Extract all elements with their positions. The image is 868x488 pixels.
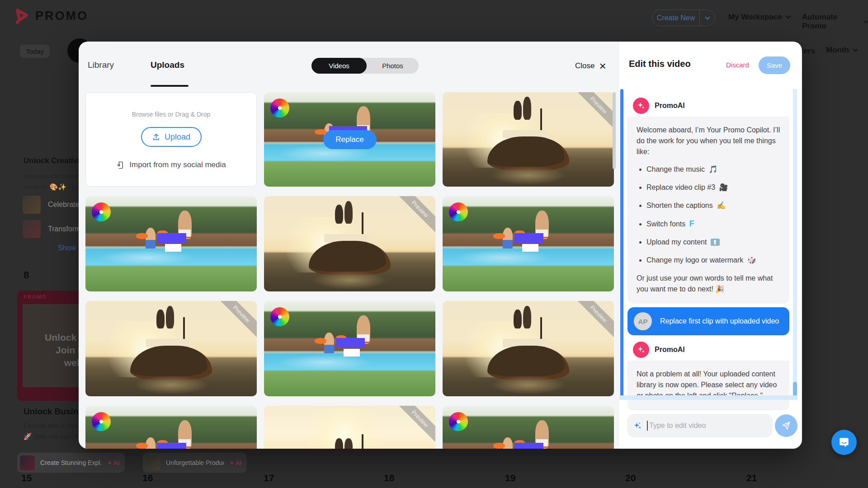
- copilot-bullet: Shorten the captions ✍️: [646, 200, 780, 211]
- intercom-chat-launcher[interactable]: [831, 430, 857, 455]
- copilot-bullet: Change the music 🎵: [646, 164, 780, 175]
- month-view-dropdown[interactable]: Month: [826, 46, 857, 55]
- create-new-button[interactable]: Create New: [652, 9, 715, 26]
- create-new-dropdown[interactable]: [699, 10, 715, 26]
- ai-badge: ✦ AI: [229, 460, 241, 466]
- bot-message: PromoAI Welcome aboard, I’m Your Promo C…: [627, 95, 789, 304]
- bot-name: PromoAI: [655, 102, 685, 110]
- preview-ribbon: Preview: [215, 301, 257, 340]
- automate-promo-menu[interactable]: Automate Promo: [802, 13, 868, 31]
- calendar-chip: Unforgettable Produc... ✦ AI: [143, 453, 247, 473]
- rainbow-pinwheel-icon: [449, 202, 468, 221]
- preview-ribbon: Preview: [394, 196, 435, 235]
- rainbow-pinwheel-icon: [270, 99, 289, 117]
- import-document-icon: [116, 161, 125, 169]
- upload-button[interactable]: Upload: [141, 127, 202, 147]
- bot-message-body: Not a problem at all! Your uploaded cont…: [627, 361, 789, 410]
- ai-sparkles-icon: [633, 421, 642, 430]
- calendar-chip: Create Stunning Expl... ✦ AI: [17, 453, 125, 473]
- promo-logo: PROMO: [14, 7, 88, 24]
- chat-scroll-track: [793, 89, 797, 396]
- copilot-bullet: Change my logo or watermark 🎲: [646, 255, 780, 266]
- preview-ribbon: Preview: [394, 406, 435, 445]
- replace-button[interactable]: Replace: [323, 130, 377, 149]
- bot-name: PromoAI: [655, 346, 685, 354]
- discard-button[interactable]: Discard: [726, 61, 749, 69]
- media-grid-scrollbar[interactable]: [613, 92, 616, 169]
- send-button[interactable]: [775, 414, 797, 437]
- copilot-bullet: Upload my content ⬆: [646, 237, 780, 248]
- close-icon: ×: [599, 61, 606, 70]
- media-tile-boat[interactable]: Preview: [85, 301, 257, 396]
- tab-library[interactable]: Library: [88, 60, 114, 70]
- input-placeholder: Type to edit video: [649, 422, 706, 430]
- import-social-button[interactable]: Import from my social media: [86, 160, 256, 169]
- chevron-down-icon: [786, 14, 791, 19]
- chat-scrollbar[interactable]: [620, 89, 623, 398]
- chevron-down-icon: [705, 14, 710, 19]
- media-tile-pool[interactable]: [264, 301, 435, 396]
- chevron-down-icon: [853, 47, 858, 52]
- bullet-emoji: ⬆: [711, 239, 720, 246]
- preview-ribbon: Preview: [572, 92, 614, 131]
- today-button[interactable]: Today: [20, 45, 50, 58]
- calendar-date: 19: [505, 473, 515, 483]
- copilot-bullet: Replace video clip #3 🎥: [646, 182, 780, 193]
- toggle-photos[interactable]: Photos: [367, 58, 419, 74]
- active-tab-underline: [151, 85, 189, 87]
- promoai-avatar: [633, 342, 649, 358]
- media-tile-pool[interactable]: [443, 406, 614, 449]
- media-tile-boat-bright[interactable]: Preview: [264, 406, 435, 449]
- media-tile-pool[interactable]: [85, 406, 257, 449]
- show-more-link[interactable]: Show: [58, 244, 76, 252]
- bot-message-body: Welcome aboard, I’m Your Promo Copilot. …: [627, 117, 789, 304]
- media-tile-pool[interactable]: [443, 196, 614, 291]
- promoai-avatar: [633, 98, 649, 114]
- media-type-toggle: Videos Photos: [311, 58, 419, 74]
- upload-icon: [152, 133, 160, 141]
- calendar-event-title: Unlock Creativit: [24, 156, 82, 165]
- media-library-window: Library Uploads Videos Photos Close × Br…: [79, 42, 802, 449]
- calendar-date: 16: [142, 473, 153, 483]
- text-cursor: [647, 421, 648, 431]
- sparkles-icon: [637, 101, 646, 110]
- copilot-bullet: Switch fonts F: [646, 218, 780, 230]
- promo-logo-icon: [14, 7, 31, 24]
- my-workspace-menu[interactable]: My Workspace: [728, 13, 790, 22]
- rainbow-pinwheel-icon: [270, 307, 289, 326]
- save-button[interactable]: Save: [759, 56, 790, 74]
- rainbow-pinwheel-icon: [449, 412, 468, 431]
- media-tile-boat[interactable]: Preview: [443, 92, 614, 187]
- rainbow-pinwheel-icon: [92, 202, 111, 221]
- chat-input[interactable]: Type to edit video: [627, 414, 773, 437]
- chat-fade-band: [619, 395, 797, 400]
- calendar-event-body: Harness the power content! 🎨✨ Lear: [24, 171, 82, 192]
- event-thumbnail: [23, 220, 41, 238]
- toggle-videos[interactable]: Videos: [311, 58, 367, 74]
- sparkles-icon: [637, 345, 646, 354]
- close-button[interactable]: Close ×: [575, 61, 606, 70]
- upload-dropzone[interactable]: Browse files or Drag & Drop Upload Impor…: [85, 92, 257, 187]
- media-tile-pool[interactable]: Replace: [264, 92, 435, 187]
- calendar-date: 15: [21, 473, 32, 483]
- bullet-emoji: 🎥: [719, 183, 728, 191]
- media-library-panel: Library Uploads Videos Photos Close × Br…: [79, 42, 619, 449]
- calendar-date: 18: [384, 473, 394, 483]
- media-tile-boat[interactable]: Preview: [443, 301, 614, 396]
- rainbow-pinwheel-icon: [92, 412, 111, 431]
- bullet-emoji: 🎵: [708, 165, 717, 173]
- bullet-emoji: F: [689, 219, 694, 228]
- bullet-emoji: ✍️: [717, 202, 726, 209]
- calendar-event-row: Celebrate Vi: [23, 196, 88, 214]
- media-tile-boat[interactable]: Preview: [264, 196, 435, 291]
- chip-thumbnail: [146, 455, 160, 470]
- bullet-emoji: 🎲: [747, 256, 756, 264]
- media-tile-pool[interactable]: [85, 196, 257, 291]
- calendar-date: 17: [264, 473, 274, 483]
- calendar-date: 8: [24, 269, 29, 281]
- tab-uploads[interactable]: Uploads: [151, 60, 184, 70]
- chat-scroll-thumb[interactable]: [793, 382, 797, 397]
- copilot-bullet-list: Change the music 🎵Replace video clip #3 …: [646, 164, 780, 266]
- calendar-date: 20: [625, 473, 636, 483]
- panel-title: Edit this video: [629, 59, 691, 69]
